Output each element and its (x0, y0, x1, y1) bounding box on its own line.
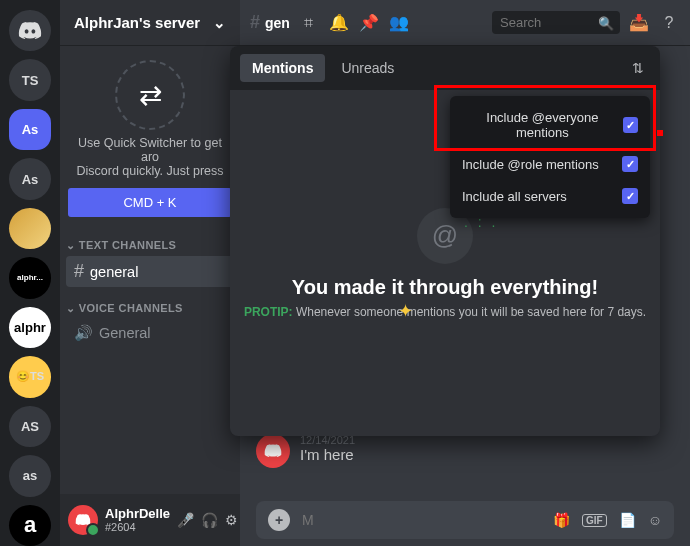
emoji-icon[interactable]: ☺ (648, 512, 662, 528)
guild-name: AlphrJan's server (74, 14, 200, 31)
text-channels-header[interactable]: TEXT CHANNELS (66, 239, 234, 252)
server-label: alphr (14, 320, 46, 335)
chevron-down-icon: ⌄ (213, 14, 226, 32)
inbox-empty-title: You made it through everything! (292, 276, 598, 299)
notifications-icon[interactable]: 🔔 (328, 13, 350, 32)
voice-channel-item[interactable]: 🔊 General (66, 319, 234, 347)
inbox-icon[interactable]: 📥 (628, 13, 650, 32)
server-item[interactable]: TS (9, 59, 51, 100)
search-icon: 🔍 (598, 15, 614, 30)
channel-header: # gen ⌗ 🔔 📌 👥 🔍 📥 ? (240, 0, 690, 46)
members-icon[interactable]: 👥 (388, 13, 410, 32)
message: 12/14/2021 I'm here (240, 434, 690, 468)
server-item[interactable]: alphr... (9, 257, 51, 298)
server-item[interactable]: alphr (9, 307, 51, 348)
channel-title-text: gen (265, 15, 290, 31)
server-label: As (22, 172, 39, 187)
channel-sidebar: AlphrJan's server ⌄ ⇄ Use Quick Switcher… (60, 0, 240, 546)
help-icon[interactable]: ? (658, 14, 680, 32)
server-item[interactable]: 😊TS (9, 356, 51, 397)
protip-label: PROTIP: (244, 305, 293, 319)
settings-icon[interactable]: ⚙ (225, 512, 238, 528)
filter-all-servers[interactable]: Include all servers ✓ (450, 180, 650, 212)
hashtag-icon: # (250, 12, 260, 33)
filter-everyone[interactable]: Include @everyone mentions ✓ (450, 102, 650, 148)
mute-icon[interactable]: 🎤̸ (177, 512, 194, 528)
pinned-icon[interactable]: 📌 (358, 13, 380, 32)
filter-label: Include all servers (462, 189, 567, 204)
checkbox-checked-icon[interactable]: ✓ (622, 188, 638, 204)
server-item[interactable]: as (9, 455, 51, 496)
server-item[interactable]: As (9, 109, 51, 150)
channel-name: general (90, 264, 138, 280)
home-button[interactable] (9, 10, 51, 51)
user-tag: #2604 (105, 521, 170, 533)
checkbox-checked-icon[interactable]: ✓ (623, 117, 638, 133)
composer: + 🎁 GIF 📄 ☺ (240, 494, 690, 546)
search-field[interactable]: 🔍 (492, 11, 620, 34)
channel-name: General (99, 325, 151, 341)
inbox-body: . : . @ ✦ You made it through everything… (230, 90, 660, 436)
threads-icon[interactable]: ⌗ (298, 14, 320, 32)
filter-button[interactable]: ⇅ (626, 60, 650, 76)
inbox-empty-subtitle: PROTIP: Whenever someone mentions you it… (244, 305, 646, 319)
filter-label: Include @role mentions (462, 157, 599, 172)
discord-logo-icon (75, 512, 91, 528)
checkbox-checked-icon[interactable]: ✓ (622, 156, 638, 172)
message-text: I'm here (300, 446, 355, 463)
hashtag-icon: # (74, 261, 84, 282)
discord-logo-icon (264, 442, 282, 460)
discord-logo-icon (18, 19, 42, 43)
speaker-icon: 🔊 (74, 324, 93, 342)
filter-popover: Include @everyone mentions ✓ Include @ro… (450, 96, 650, 218)
user-name: AlphrDelle (105, 507, 170, 521)
server-item[interactable] (9, 208, 51, 249)
composer-inner[interactable]: + 🎁 GIF 📄 ☺ (256, 501, 674, 539)
server-label: alphr... (17, 273, 43, 282)
server-label: TS (30, 370, 44, 382)
deafen-icon[interactable]: 🎧 (201, 512, 218, 528)
user-avatar[interactable] (68, 505, 98, 535)
server-item[interactable]: AS (9, 406, 51, 447)
user-footer: AlphrDelle #2604 🎤̸ 🎧 ⚙ (60, 494, 240, 546)
tab-unreads[interactable]: Unreads (329, 54, 406, 82)
quick-switcher-card: ⇄ Use Quick Switcher to get aro Discord … (68, 60, 232, 217)
server-label: as (23, 468, 37, 483)
guild-header[interactable]: AlphrJan's server ⌄ (60, 0, 240, 46)
tab-mentions[interactable]: Mentions (240, 54, 325, 82)
quick-switcher-button[interactable]: CMD + K (68, 188, 232, 217)
channel-title: # gen (250, 12, 290, 33)
sticker-icon[interactable]: 📄 (619, 512, 636, 528)
protip-text: Whenever someone mentions you it will be… (296, 305, 646, 319)
sparkle-icon: ✦ (398, 300, 413, 322)
server-label: As (22, 122, 39, 137)
inbox-tabbar: Mentions Unreads ⇅ (230, 46, 660, 90)
server-label: AS (21, 419, 39, 434)
quick-switcher-text: Discord quickly. Just press (68, 164, 232, 178)
server-rail: TS As As alphr... alphr 😊TS AS as a (0, 0, 60, 546)
quick-switcher-icon: ⇄ (115, 60, 185, 130)
filter-label: Include @everyone mentions (462, 110, 623, 140)
server-item[interactable]: a (9, 505, 51, 546)
inbox-popover: Mentions Unreads ⇅ . : . @ ✦ You made it… (230, 46, 660, 436)
quick-switcher-text: Use Quick Switcher to get aro (68, 136, 232, 164)
gift-icon[interactable]: 🎁 (553, 512, 570, 528)
gif-icon[interactable]: GIF (582, 514, 607, 527)
filter-role[interactable]: Include @role mentions ✓ (450, 148, 650, 180)
message-avatar[interactable] (256, 434, 290, 468)
server-label: TS (22, 73, 39, 88)
voice-channels-header[interactable]: VOICE CHANNELS (66, 302, 234, 315)
attach-button[interactable]: + (268, 509, 290, 531)
server-item[interactable]: As (9, 158, 51, 199)
server-label: a (24, 512, 36, 538)
message-input[interactable] (302, 512, 541, 528)
channel-item[interactable]: # general (66, 256, 234, 287)
